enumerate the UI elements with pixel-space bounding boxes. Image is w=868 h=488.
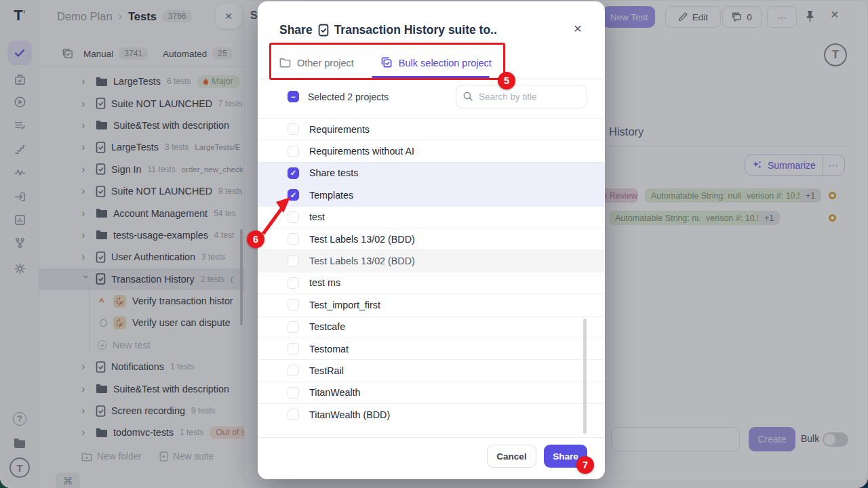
checkbox[interactable] xyxy=(288,321,299,333)
checkbox[interactable] xyxy=(288,409,299,420)
checkbox[interactable] xyxy=(288,365,299,376)
annotation-step-7: 7 xyxy=(576,456,594,474)
project-row[interactable]: Test_import_first xyxy=(258,293,605,315)
modal-title: Share Transaction History suite to.. xyxy=(279,23,497,37)
checkbox[interactable] xyxy=(288,387,299,399)
search-box xyxy=(456,85,587,108)
project-row[interactable]: Test Labels 13/02 (BDD) xyxy=(258,228,605,249)
checkbox-checked[interactable]: ✓ xyxy=(288,167,299,179)
modal-close-icon[interactable]: × xyxy=(574,20,582,37)
checkbox[interactable] xyxy=(288,299,299,310)
select-all-checkbox[interactable]: − xyxy=(288,91,299,102)
checkbox[interactable] xyxy=(288,146,299,157)
checkbox[interactable] xyxy=(288,123,299,135)
divider xyxy=(258,437,605,438)
project-row[interactable]: TitanWealth xyxy=(258,382,605,403)
project-row[interactable]: TestRail xyxy=(258,359,605,381)
annotation-rect-tabs xyxy=(269,43,505,80)
project-row-checked[interactable]: ✓Share tests xyxy=(258,162,605,184)
project-row[interactable]: Requirements xyxy=(258,118,605,140)
checkbox[interactable] xyxy=(288,256,299,267)
project-list: Requirements Requirements without AI ✓Sh… xyxy=(258,118,605,425)
search-icon xyxy=(462,91,473,102)
cancel-button[interactable]: Cancel xyxy=(487,445,536,468)
annotation-step-5: 5 xyxy=(498,72,515,89)
selected-summary: Selected 2 projects xyxy=(308,92,389,102)
project-row-checked[interactable]: ✓Templates xyxy=(258,184,605,205)
project-row[interactable]: test xyxy=(258,206,605,228)
select-all-control: − Selected 2 projects xyxy=(288,91,389,102)
project-row[interactable]: Testcafe xyxy=(258,316,605,338)
suite-icon xyxy=(318,24,329,37)
project-row[interactable]: Test Labels 13/02 (BDD) xyxy=(258,249,605,271)
search-input[interactable] xyxy=(456,85,587,108)
project-row[interactable]: TitanWealth (BDD) xyxy=(258,403,605,425)
project-row[interactable]: test ms xyxy=(258,272,605,293)
annotation-step-6: 6 xyxy=(247,230,264,248)
checkbox[interactable] xyxy=(288,343,299,354)
modal-list-scrollbar[interactable] xyxy=(583,319,587,434)
project-row[interactable]: Testomat xyxy=(258,338,605,359)
checkbox[interactable] xyxy=(288,277,299,289)
project-row[interactable]: Requirements without AI xyxy=(258,140,605,161)
